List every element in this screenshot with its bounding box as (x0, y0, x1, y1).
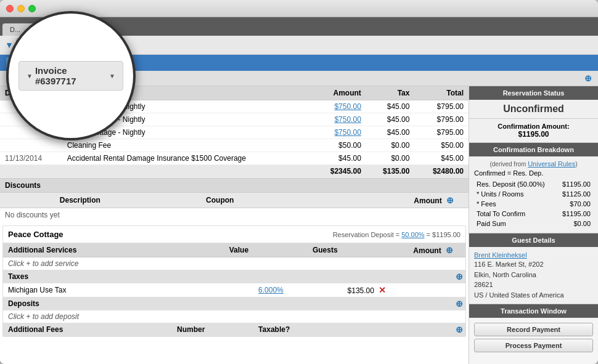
property-header: Peace Cottage Reservation Deposit = 50.0… (3, 226, 465, 243)
svc-amount-col: Amount ⊕ (343, 243, 465, 257)
disc-desc-col: Description (0, 193, 160, 208)
breakdown-label: * Fees (475, 200, 555, 208)
value-col: Value (172, 243, 253, 257)
charge-desc: Accidental Rental Damage Insurance $1500… (62, 152, 313, 165)
charge-amount: $50.00 (312, 139, 366, 152)
discounts-title: Discounts (5, 181, 41, 190)
confirmation-breakdown-header: Confirmation Breakdown (469, 143, 598, 156)
charge-amount[interactable]: $750.00 (312, 126, 366, 139)
breakdown-value: $1195.00 (557, 209, 592, 218)
discounts-table: Description Coupon Amount ⊕ No discounts… (0, 193, 469, 222)
charge-amount-link[interactable]: $750.00 (334, 115, 361, 124)
breakdown-row: * Fees $70.00 (475, 200, 592, 208)
charge-total: $50.00 (414, 139, 469, 152)
right-panel: Reservation Status Unconfirmed Confirmat… (469, 86, 598, 364)
deposits-label: Deposits (3, 297, 343, 310)
total-col-header: Total (414, 86, 469, 100)
charge-tax: $45.00 (366, 113, 415, 126)
deposits-sub-header: Deposits ⊕ (3, 297, 465, 310)
breakdown-value: $1195.00 (557, 180, 592, 188)
breakdown-label: * Units / Rooms (475, 190, 555, 198)
disc-amount-col: Amount ⊕ (280, 193, 469, 208)
add-discount-btn[interactable]: ⊕ (446, 195, 454, 205)
tax-col-header: Tax (366, 86, 415, 100)
add-service-msg: Click + to add service (3, 257, 465, 270)
universal-rules-link[interactable]: Universal Rules (528, 160, 575, 168)
magnifier-content: ▼ Invoice #6397717 ▼ (9, 51, 133, 100)
disc-coupon-col: Coupon (160, 193, 280, 208)
breakdown-value: $70.00 (557, 200, 592, 208)
michigan-tax-row: Michigan Use Tax 6.000% $135.00 ✕ (3, 283, 465, 297)
breakdown-table: Res. Deposit (50.00%) $1195.00 * Units /… (474, 179, 593, 229)
confirmed-label: Confirmed = Res. Dep. (474, 169, 593, 177)
add-service-btn[interactable]: ⊕ (446, 245, 453, 255)
confirmation-breakdown-content: (derived from Universal Rules) Confirmed… (469, 156, 598, 233)
transaction-window-content: Record Payment Process Payment (469, 318, 598, 357)
breakdown-row: * Units / Rooms $1125.00 (475, 190, 592, 198)
maximize-button[interactable] (28, 5, 36, 12)
process-payment-button[interactable]: Process Payment (474, 339, 593, 352)
property-section: Peace Cottage Reservation Deposit = 50.0… (2, 225, 466, 337)
additional-fees-label: Additional Fees (3, 323, 172, 336)
close-button[interactable] (6, 5, 14, 12)
breakdown-value: $0.00 (557, 219, 592, 228)
guest-name-link[interactable]: Brent Kleinheksel (474, 251, 527, 259)
confirmation-amount-block: Confirmation Amount: $1195.00 (474, 123, 593, 139)
magnifier-invoice-bar: ▼ Invoice #6397717 ▼ (18, 61, 123, 91)
charge-total: $45.00 (414, 152, 469, 165)
services-col: Additional Services (3, 243, 172, 257)
magnifier-invoice-label: Invoice #6397717 (35, 65, 107, 86)
add-charge-btn[interactable]: ⊕ (584, 73, 592, 83)
click-add-deposit-row: Click + to add deposit (3, 310, 465, 323)
breakdown-row: Total To Confirm $1195.00 (475, 209, 592, 218)
taxable-col-label: Taxable? (253, 323, 342, 336)
status-value: Unconfirmed (474, 103, 593, 115)
charge-desc: Cleaning Fee (62, 139, 313, 152)
add-deposit-msg: Click + to add deposit (3, 310, 465, 323)
magnifier-overlay: ▼ Invoice #6397717 ▼ (6, 11, 136, 140)
click-add-service-row: Click + to add service (3, 257, 465, 270)
remove-michigan-tax-btn[interactable]: ✕ (379, 285, 386, 295)
breakdown-label: Res. Deposit (50.00%) (475, 180, 555, 188)
no-discounts-row: No discounts yet (0, 208, 469, 222)
discounts-section-header: Discounts (0, 178, 469, 193)
address-line2: Elkin, North Carolina (474, 270, 593, 280)
charge-total: $795.00 (414, 100, 469, 113)
charge-tax: $0.00 (366, 139, 415, 152)
charges-total-tax: $135.00 (366, 165, 415, 178)
breakdown-label: Paid Sum (475, 219, 555, 228)
charge-amount[interactable]: $750.00 (312, 100, 366, 113)
services-table: Additional Services Value Guests Amount … (3, 243, 465, 336)
traffic-lights (6, 5, 36, 12)
breakdown-row: Paid Sum $0.00 (475, 219, 592, 228)
deposit-pct-link[interactable]: 50.00% (401, 231, 424, 238)
charges-total-amount: $2345.00 (312, 165, 366, 178)
charge-tax: $0.00 (366, 152, 415, 165)
taxes-sub-header: Taxes ⊕ (3, 270, 465, 283)
address-line1: 116 E. Market St, #202 (474, 259, 593, 270)
charge-amount[interactable]: $750.00 (312, 113, 366, 126)
add-fee-btn[interactable]: ⊕ (456, 325, 463, 334)
additional-fees-sub-header: Additional Fees Number Taxable? ⊕ (3, 323, 465, 336)
charge-total: $795.00 (414, 126, 469, 139)
property-name: Peace Cottage (8, 230, 63, 239)
minimize-button[interactable] (17, 5, 25, 12)
charge-amount-link[interactable]: $750.00 (334, 128, 361, 137)
charge-row: Cleaning Fee $50.00 $0.00 $50.00 (0, 139, 469, 152)
michigan-rate-link[interactable]: 6.000% (258, 286, 284, 294)
charge-amount-link[interactable]: $750.00 (334, 102, 361, 111)
number-col-label: Number (172, 323, 253, 336)
breakdown-label: Total To Confirm (475, 209, 555, 218)
breakdown-value: $1125.00 (557, 190, 592, 198)
address-line4: US / United States of America (474, 290, 593, 301)
breakdown-row: Res. Deposit (50.00%) $1195.00 (475, 180, 592, 188)
add-deposit-btn[interactable]: ⊕ (456, 299, 463, 309)
mag-left-arrow: ▼ (27, 73, 33, 79)
record-payment-button[interactable]: Record Payment (474, 323, 593, 336)
reservation-status-content: Unconfirmed (469, 100, 598, 119)
confirmation-amount-content: Confirmation Amount: $1195.00 (469, 119, 598, 143)
charges-total-total: $2480.00 (414, 165, 469, 178)
add-tax-btn[interactable]: ⊕ (456, 272, 463, 281)
guest-details-content: Brent Kleinheksel 116 E. Market St, #202… (469, 247, 598, 304)
guests-col: Guests (253, 243, 342, 257)
